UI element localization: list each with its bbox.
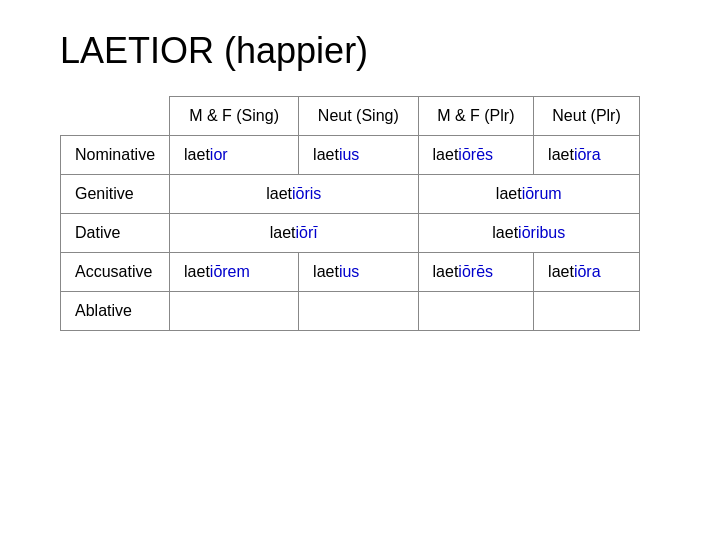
abl-neut-sing — [299, 292, 418, 331]
acc-neut-plr: laetiōra — [534, 253, 640, 292]
case-accusative: Accusative — [61, 253, 170, 292]
dat-plr-merged: laetiōribus — [418, 214, 639, 253]
table-row: Accusative laetiōrem laetius laetiōrēs l… — [61, 253, 640, 292]
table-row: Genitive laetiōris laetiōrum — [61, 175, 640, 214]
header-mf-sing: M & F (Sing) — [170, 97, 299, 136]
header-neut-sing: Neut (Sing) — [299, 97, 418, 136]
acc-mf-plr: laetiōrēs — [418, 253, 534, 292]
table-row: Dative laetiōrī laetiōribus — [61, 214, 640, 253]
acc-neut-sing: laetius — [299, 253, 418, 292]
case-nominative: Nominative — [61, 136, 170, 175]
header-empty — [61, 97, 170, 136]
header-mf-plr: M & F (Plr) — [418, 97, 534, 136]
case-ablative: Ablative — [61, 292, 170, 331]
nom-mf-plr: laetiōrēs — [418, 136, 534, 175]
acc-mf-sing: laetiōrem — [170, 253, 299, 292]
nom-neut-sing: laetius — [299, 136, 418, 175]
table-row: Nominative laetior laetius laetiōrēs lae… — [61, 136, 640, 175]
nom-mf-sing: laetior — [170, 136, 299, 175]
declension-table: M & F (Sing) Neut (Sing) M & F (Plr) Neu… — [60, 96, 640, 331]
case-genitive: Genitive — [61, 175, 170, 214]
header-neut-plr: Neut (Plr) — [534, 97, 640, 136]
abl-mf-plr — [418, 292, 534, 331]
abl-neut-plr — [534, 292, 640, 331]
dat-sing-merged: laetiōrī — [170, 214, 419, 253]
nom-neut-plr: laetiōra — [534, 136, 640, 175]
page-title: LAETIOR (happier) — [60, 30, 368, 72]
abl-mf-sing — [170, 292, 299, 331]
gen-plr-merged: laetiōrum — [418, 175, 639, 214]
table-header-row: M & F (Sing) Neut (Sing) M & F (Plr) Neu… — [61, 97, 640, 136]
case-dative: Dative — [61, 214, 170, 253]
gen-sing-merged: laetiōris — [170, 175, 419, 214]
table-row: Ablative — [61, 292, 640, 331]
